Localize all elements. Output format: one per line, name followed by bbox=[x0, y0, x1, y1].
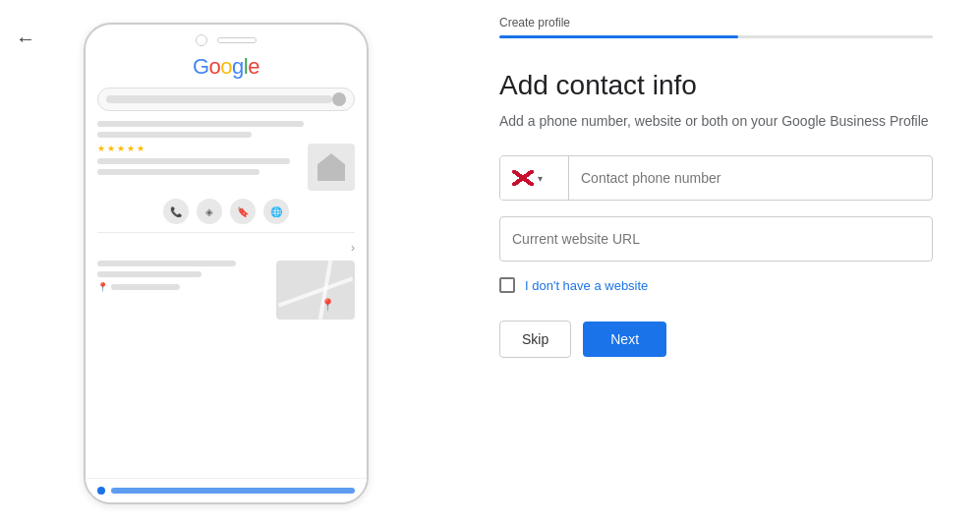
phone-camera bbox=[196, 34, 207, 46]
directions-icon: ◈ bbox=[197, 199, 222, 224]
phone-input-group: ▾ bbox=[499, 155, 933, 201]
left-panel: ← Google ★ bbox=[0, 0, 452, 527]
star-icon: ★ bbox=[117, 144, 125, 153]
chevron-row: › bbox=[97, 241, 355, 255]
dropdown-arrow-icon: ▾ bbox=[538, 173, 543, 184]
flag-cross-vertical bbox=[521, 170, 525, 186]
save-icon: 🔖 bbox=[230, 199, 256, 224]
progress-track bbox=[499, 35, 933, 38]
progress-fill bbox=[499, 35, 738, 38]
result-line bbox=[111, 284, 180, 290]
flag-icon bbox=[512, 170, 534, 186]
google-logo: Google bbox=[97, 54, 355, 80]
result-line bbox=[97, 121, 304, 127]
result-line bbox=[97, 132, 252, 138]
share-icon: 🌐 bbox=[263, 199, 289, 224]
next-button[interactable]: Next bbox=[583, 322, 666, 357]
result-line bbox=[97, 271, 202, 277]
no-website-checkbox[interactable] bbox=[499, 277, 515, 293]
website-url-input[interactable] bbox=[500, 217, 932, 261]
country-selector[interactable]: ▾ bbox=[500, 156, 569, 200]
action-icons-row: 📞 ◈ 🔖 🌐 bbox=[97, 199, 355, 224]
buttons-row: Skip Next bbox=[499, 321, 933, 358]
phone-top-bar bbox=[86, 25, 367, 54]
store-icon-box bbox=[308, 144, 355, 191]
call-icon: 📞 bbox=[163, 199, 189, 224]
result-line bbox=[97, 261, 236, 266]
back-arrow-button[interactable]: ← bbox=[16, 28, 35, 50]
phone-speaker bbox=[217, 37, 257, 43]
star-icon: ★ bbox=[107, 144, 115, 153]
business-card: ★ ★ ★ ★ ★ bbox=[97, 144, 355, 191]
phone-bottom-bar bbox=[86, 478, 367, 502]
map-text-lines: 📍 bbox=[97, 261, 270, 320]
progress-bar-container: Create profile bbox=[499, 0, 933, 38]
map-placeholder: 📍 bbox=[276, 261, 355, 320]
url-input-container bbox=[499, 216, 933, 262]
map-pin-icon: 📍 bbox=[320, 298, 335, 312]
right-panel: Create profile Add contact info Add a ph… bbox=[452, 0, 980, 527]
bottom-bar-line bbox=[111, 488, 355, 494]
star-icon: ★ bbox=[97, 144, 105, 153]
no-website-label[interactable]: I don't have a website bbox=[525, 278, 648, 293]
page-subtitle: Add a phone number, website or both on y… bbox=[499, 111, 933, 132]
checkbox-row: I don't have a website bbox=[499, 277, 933, 293]
progress-label: Create profile bbox=[499, 16, 933, 29]
search-bar-fill bbox=[106, 95, 332, 103]
result-line bbox=[97, 169, 259, 175]
result-line bbox=[97, 158, 290, 164]
phone-number-input[interactable] bbox=[569, 156, 932, 200]
search-bar bbox=[97, 88, 355, 111]
result-lines bbox=[97, 121, 355, 138]
business-info: ★ ★ ★ ★ ★ bbox=[97, 144, 300, 180]
star-icon: ★ bbox=[127, 144, 135, 153]
flag-cross-horizontal bbox=[512, 176, 534, 181]
page-title: Add contact info bbox=[499, 70, 933, 101]
store-shape-icon bbox=[317, 153, 345, 181]
divider bbox=[97, 232, 355, 233]
search-icon bbox=[332, 92, 346, 106]
skip-button[interactable]: Skip bbox=[499, 321, 571, 358]
map-section: 📍 📍 bbox=[97, 261, 355, 320]
phone-mockup: Google ★ ★ ★ ★ ★ bbox=[84, 23, 369, 504]
stars-row: ★ ★ ★ ★ ★ bbox=[97, 144, 300, 153]
chevron-right-icon: › bbox=[351, 241, 355, 255]
bottom-dot bbox=[97, 487, 105, 495]
phone-content: Google ★ ★ ★ ★ ★ bbox=[86, 54, 367, 320]
location-icon: 📍 bbox=[97, 282, 108, 292]
map-road bbox=[278, 276, 354, 307]
star-icon: ★ bbox=[137, 144, 144, 153]
